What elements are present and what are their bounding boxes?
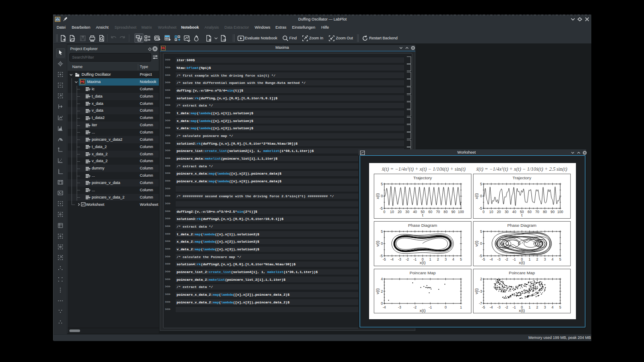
- svg-text:5: 5: [480, 182, 482, 186]
- svg-text:-4: -4: [490, 257, 493, 261]
- svg-text:3: 3: [444, 257, 447, 261]
- svg-text:x(t): x(t): [474, 193, 479, 199]
- svg-text:v(t): v(t): [375, 240, 380, 246]
- svg-text:5: 5: [559, 257, 561, 261]
- svg-text:3: 3: [544, 257, 546, 261]
- svg-text:x(t): x(t): [375, 193, 380, 199]
- svg-text:20: 20: [497, 210, 501, 214]
- svg-text:x(t): x(t): [420, 260, 426, 265]
- svg-text:-4: -4: [383, 305, 386, 309]
- svg-text:100: 100: [458, 210, 464, 214]
- svg-text:70: 70: [436, 210, 440, 214]
- svg-text:30: 30: [405, 210, 410, 214]
- svg-text:x(t): x(t): [420, 308, 426, 313]
- svg-text:-5: -5: [479, 206, 482, 211]
- svg-text:v(t): v(t): [474, 288, 479, 294]
- svg-text:Poincare Map: Poincare Map: [509, 270, 535, 275]
- svg-text:40: 40: [413, 210, 417, 214]
- svg-text:-1: -1: [429, 305, 432, 309]
- svg-text:-3: -3: [479, 289, 482, 294]
- svg-text:0: 0: [480, 241, 482, 246]
- svg-text:1: 1: [460, 305, 462, 309]
- svg-text:2: 2: [381, 289, 383, 294]
- svg-text:1: 1: [528, 257, 531, 261]
- svg-text:-5: -5: [380, 206, 383, 211]
- svg-text:v(t): v(t): [474, 240, 479, 246]
- svg-text:2: 2: [480, 277, 482, 281]
- svg-text:2: 2: [536, 257, 538, 261]
- svg-text:-1: -1: [513, 257, 516, 261]
- svg-text:1: 1: [528, 305, 531, 309]
- svg-text:2: 2: [437, 257, 439, 261]
- svg-text:3: 3: [544, 305, 546, 309]
- svg-text:0: 0: [381, 194, 383, 198]
- svg-text:-2: -2: [413, 305, 417, 309]
- svg-text:100: 100: [557, 210, 563, 214]
- svg-text:60: 60: [528, 210, 532, 214]
- svg-text:ẍ(t) = −1/4x3(t) + x(t) − 1/1: ẍ(t) = −1/4x3(t) + x(t) − 1/10ẋ(t) + 2…: [476, 166, 567, 172]
- svg-text:4: 4: [552, 257, 554, 261]
- svg-text:5: 5: [460, 257, 462, 261]
- svg-text:5: 5: [381, 182, 383, 186]
- svg-text:0: 0: [381, 241, 383, 246]
- svg-text:ẍ(t) = −1/4x3(t) + x(t) − 1/1: ẍ(t) = −1/4x3(t) + x(t) − 1/10ẋ(t) + s…: [382, 166, 465, 172]
- svg-text:5: 5: [480, 229, 482, 234]
- svg-text:10: 10: [390, 210, 394, 214]
- svg-text:40: 40: [512, 210, 516, 214]
- svg-text:5: 5: [559, 305, 561, 309]
- svg-text:t: t: [521, 213, 522, 217]
- svg-text:-5: -5: [383, 257, 386, 261]
- svg-text:20: 20: [398, 210, 402, 214]
- svg-text:90: 90: [451, 210, 456, 214]
- svg-text:4: 4: [452, 257, 454, 261]
- svg-text:-3: -3: [398, 257, 402, 261]
- svg-text:4: 4: [381, 277, 383, 281]
- svg-text:Phase Diagram: Phase Diagram: [408, 223, 437, 228]
- svg-text:Trajectory: Trajectory: [413, 175, 432, 180]
- svg-text:0: 0: [383, 210, 385, 214]
- svg-text:4: 4: [552, 305, 554, 309]
- svg-text:-5: -5: [482, 305, 486, 309]
- svg-text:80: 80: [543, 210, 547, 214]
- svg-text:-1: -1: [513, 305, 516, 309]
- svg-text:2: 2: [536, 305, 538, 309]
- svg-text:-3: -3: [398, 305, 402, 309]
- svg-text:-2: -2: [505, 305, 508, 309]
- svg-text:80: 80: [444, 210, 448, 214]
- svg-text:0: 0: [444, 305, 447, 309]
- svg-text:-3: -3: [497, 257, 501, 261]
- svg-text:-5: -5: [482, 257, 486, 261]
- svg-text:Trajectory: Trajectory: [513, 175, 531, 180]
- svg-text:1: 1: [429, 257, 432, 261]
- svg-text:10: 10: [489, 210, 494, 214]
- svg-text:x(t): x(t): [519, 308, 525, 313]
- svg-text:Phase Diagram: Phase Diagram: [507, 223, 537, 228]
- svg-text:-2: -2: [505, 257, 508, 261]
- svg-text:90: 90: [551, 210, 555, 214]
- svg-text:v(t): v(t): [375, 288, 380, 294]
- svg-text:-2: -2: [406, 257, 409, 261]
- svg-text:x(t): x(t): [519, 260, 525, 265]
- svg-text:70: 70: [535, 210, 540, 214]
- svg-text:-4: -4: [391, 257, 394, 261]
- svg-text:60: 60: [428, 210, 432, 214]
- svg-text:0: 0: [480, 194, 482, 198]
- svg-text:t: t: [422, 213, 423, 217]
- svg-text:0: 0: [483, 210, 485, 214]
- svg-text:30: 30: [504, 210, 509, 214]
- svg-text:-4: -4: [490, 305, 493, 309]
- svg-text:Poincare Map: Poincare Map: [410, 270, 436, 275]
- svg-text:-3: -3: [497, 305, 501, 309]
- svg-text:-1: -1: [413, 257, 417, 261]
- svg-text:5: 5: [381, 229, 383, 234]
